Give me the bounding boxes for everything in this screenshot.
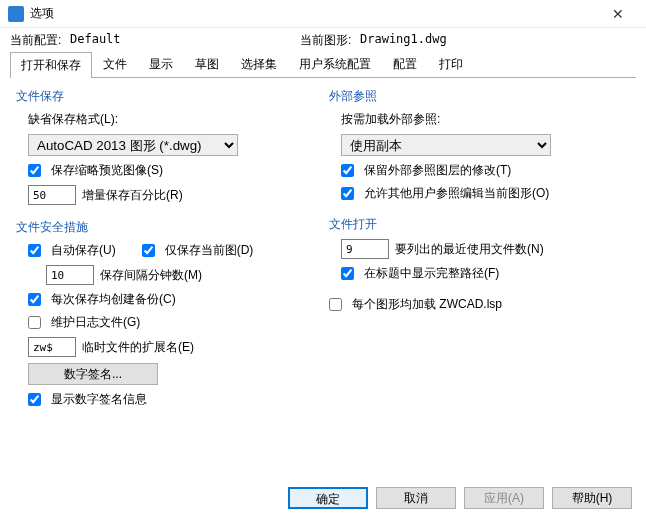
- maintain-log-label: 维护日志文件(G): [51, 314, 140, 331]
- apply-button[interactable]: 应用(A): [464, 487, 544, 509]
- current-drawing-label: 当前图形:: [300, 32, 360, 49]
- only-current-checkbox[interactable]: [142, 244, 155, 257]
- ok-button[interactable]: 确定: [288, 487, 368, 509]
- save-thumb-label: 保存缩略预览图像(S): [51, 162, 163, 179]
- save-thumb-checkbox[interactable]: [28, 164, 41, 177]
- interval-label: 保存间隔分钟数(M): [100, 267, 202, 284]
- tab-files[interactable]: 文件: [92, 51, 138, 77]
- autosave-label: 自动保存(U): [51, 242, 116, 259]
- profile-info-row: 当前配置: Default 当前图形: Drawing1.dwg: [0, 28, 646, 51]
- temp-ext-input[interactable]: [28, 337, 76, 357]
- autosave-checkbox[interactable]: [28, 244, 41, 257]
- file-open-group: 文件打开 要列出的最近使用文件数(N) 在标题中显示完整路径(F): [329, 216, 630, 282]
- titlebar: 选项 ✕: [0, 0, 646, 28]
- file-save-group: 文件保存 缺省保存格式(L): AutoCAD 2013 图形 (*.dwg) …: [16, 88, 317, 205]
- incremental-save-input[interactable]: [28, 185, 76, 205]
- only-current-label: 仅保存当前图(D): [165, 242, 254, 259]
- tab-profiles[interactable]: 配置: [382, 51, 428, 77]
- recent-files-input[interactable]: [341, 239, 389, 259]
- xref-load-select[interactable]: 使用副本: [341, 134, 551, 156]
- show-sig-checkbox[interactable]: [28, 393, 41, 406]
- left-column: 文件保存 缺省保存格式(L): AutoCAD 2013 图形 (*.dwg) …: [16, 88, 317, 422]
- allow-edit-checkbox[interactable]: [341, 187, 354, 200]
- app-icon: [8, 6, 24, 22]
- file-safety-title: 文件安全措施: [16, 219, 317, 236]
- xref-load-label: 按需加载外部参照:: [341, 111, 440, 128]
- load-lsp-checkbox[interactable]: [329, 298, 342, 311]
- right-column: 外部参照 按需加载外部参照: 使用副本 保留外部参照图层的修改(T) 允许其他用…: [329, 88, 630, 422]
- recent-files-label: 要列出的最近使用文件数(N): [395, 241, 544, 258]
- tab-user-prefs[interactable]: 用户系统配置: [288, 51, 382, 77]
- incremental-save-label: 增量保存百分比(R): [82, 187, 183, 204]
- file-safety-group: 文件安全措施 自动保存(U) 仅保存当前图(D) 保存间隔分钟数(M) 每次保存…: [16, 219, 317, 408]
- content-area: 文件保存 缺省保存格式(L): AutoCAD 2013 图形 (*.dwg) …: [0, 78, 646, 432]
- create-backup-label: 每次保存均创建备份(C): [51, 291, 176, 308]
- tab-drafting[interactable]: 草图: [184, 51, 230, 77]
- keep-layer-checkbox[interactable]: [341, 164, 354, 177]
- tab-open-and-save[interactable]: 打开和保存: [10, 52, 92, 78]
- xref-group: 外部参照 按需加载外部参照: 使用副本 保留外部参照图层的修改(T) 允许其他用…: [329, 88, 630, 202]
- tab-selection[interactable]: 选择集: [230, 51, 288, 77]
- help-button[interactable]: 帮助(H): [552, 487, 632, 509]
- load-lsp-label: 每个图形均加载 ZWCAD.lsp: [352, 296, 502, 313]
- dialog-footer: 确定 取消 应用(A) 帮助(H): [288, 487, 632, 509]
- current-profile-label: 当前配置:: [10, 32, 70, 49]
- close-icon[interactable]: ✕: [598, 6, 638, 22]
- current-drawing-value: Drawing1.dwg: [360, 32, 447, 49]
- maintain-log-checkbox[interactable]: [28, 316, 41, 329]
- allow-edit-label: 允许其他用户参照编辑当前图形(O): [364, 185, 549, 202]
- file-open-title: 文件打开: [329, 216, 630, 233]
- fullpath-checkbox[interactable]: [341, 267, 354, 280]
- cancel-button[interactable]: 取消: [376, 487, 456, 509]
- temp-ext-label: 临时文件的扩展名(E): [82, 339, 194, 356]
- tab-display[interactable]: 显示: [138, 51, 184, 77]
- create-backup-checkbox[interactable]: [28, 293, 41, 306]
- keep-layer-label: 保留外部参照图层的修改(T): [364, 162, 511, 179]
- load-lsp-group: 每个图形均加载 ZWCAD.lsp: [329, 296, 630, 313]
- xref-title: 外部参照: [329, 88, 630, 105]
- default-format-label: 缺省保存格式(L):: [28, 111, 118, 128]
- digital-signature-button[interactable]: 数字签名...: [28, 363, 158, 385]
- current-profile-value: Default: [70, 32, 300, 49]
- tab-plot[interactable]: 打印: [428, 51, 474, 77]
- window-title: 选项: [30, 5, 598, 22]
- fullpath-label: 在标题中显示完整路径(F): [364, 265, 499, 282]
- default-format-select[interactable]: AutoCAD 2013 图形 (*.dwg): [28, 134, 238, 156]
- show-sig-label: 显示数字签名信息: [51, 391, 147, 408]
- interval-input[interactable]: [46, 265, 94, 285]
- file-save-title: 文件保存: [16, 88, 317, 105]
- tab-strip: 打开和保存 文件 显示 草图 选择集 用户系统配置 配置 打印: [10, 51, 636, 78]
